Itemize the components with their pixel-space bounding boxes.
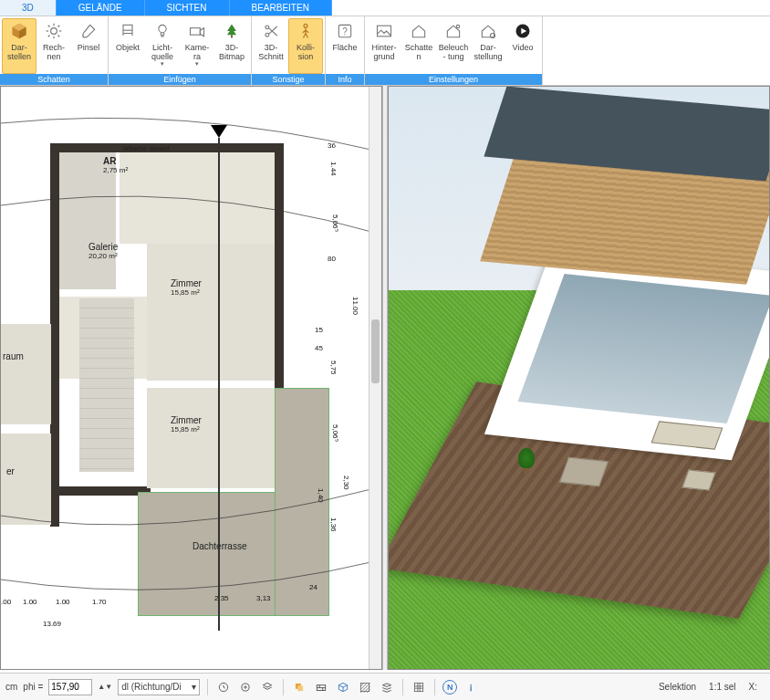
- svg-point-15: [304, 24, 307, 27]
- darstellen-button[interactable]: Dar- stellen: [2, 18, 36, 74]
- video-button[interactable]: Video: [505, 18, 540, 74]
- hintergrund-button[interactable]: Hinter- grund: [367, 18, 401, 74]
- tab-sichten[interactable]: SICHTEN: [145, 0, 230, 16]
- ribbon-group-schatten: Dar- stellen Rech- nen Pinsel Schatten: [0, 16, 109, 85]
- flaeche-button[interactable]: ? Fläche: [328, 18, 362, 74]
- floorplan-viewport[interactable]: AR2,75 m² Wäsche- abwurf Galerie20,20 m²…: [0, 86, 382, 670]
- ribbon-group-einstellungen: Hinter- grund Schatten Beleuch- tung Dar…: [365, 16, 543, 85]
- svg-point-23: [242, 683, 249, 690]
- chevron-down-icon: ▾: [161, 60, 164, 68]
- tab-bearbeiten[interactable]: BEARBEITEN: [230, 0, 332, 16]
- tool-grid-icon[interactable]: [411, 679, 427, 695]
- pinsel-label: Pinsel: [78, 43, 100, 61]
- bulb-icon: [152, 21, 172, 41]
- objekt-label: Objekt: [116, 43, 140, 61]
- group-label-schatten: Schatten: [0, 74, 108, 85]
- lichtquelle-button[interactable]: Licht- quelle ▾: [145, 18, 180, 74]
- hintergrund-label: Hinter- grund: [369, 43, 400, 61]
- tool-copy-icon[interactable]: [291, 679, 307, 695]
- beleuchtung-button[interactable]: Beleuch- tung: [436, 18, 471, 74]
- cube-icon: [9, 21, 29, 41]
- phi-label: phi =: [23, 682, 43, 692]
- svg-line-7: [48, 36, 50, 37]
- svg-text:?: ?: [342, 26, 348, 37]
- tab-3d[interactable]: 3D: [0, 0, 57, 16]
- svg-line-8: [58, 26, 60, 27]
- phi-input[interactable]: [48, 679, 92, 695]
- kamera-button[interactable]: Kame- ra ▾: [180, 18, 214, 74]
- house-shadow-icon: [409, 21, 429, 41]
- tool-layers-icon[interactable]: [259, 679, 276, 695]
- darstellung-button[interactable]: Dar- stellung: [471, 18, 505, 74]
- svg-point-19: [456, 25, 459, 27]
- beleuchtung-label: Beleuch- tung: [438, 43, 469, 61]
- svg-point-13: [265, 26, 269, 29]
- svg-line-6: [58, 36, 60, 37]
- brush-icon: [78, 21, 99, 41]
- kamera-label: Kame- ra: [182, 43, 213, 61]
- unit-label: cm: [5, 682, 17, 692]
- group-label-einstellungen: Einstellungen: [365, 74, 542, 85]
- schatten-label: Schatten: [403, 43, 434, 61]
- group-label-info: Info: [326, 74, 364, 85]
- workspace: AR2,75 m² Wäsche- abwurf Galerie20,20 m²…: [0, 86, 770, 670]
- ribbon-group-info: ? Fläche Info: [326, 16, 365, 85]
- tree-icon: [222, 21, 242, 41]
- kollision-button[interactable]: Kolli- sion: [288, 18, 323, 74]
- bitmap3d-label: 3D- Bitmap: [216, 43, 247, 61]
- scissors-icon: [261, 21, 281, 41]
- objekt-button[interactable]: Objekt: [110, 18, 145, 74]
- tab-bar: 3D GELÄNDE SICHTEN BEARBEITEN: [0, 0, 770, 16]
- chair-icon: [118, 21, 138, 41]
- direction-dropdown[interactable]: dl (Richtung/Di▾: [118, 679, 200, 695]
- svg-point-0: [51, 28, 57, 35]
- tool-clock-icon[interactable]: [215, 679, 232, 695]
- ribbon-group-einfuegen: Objekt Licht- quelle ▾ Kame- ra ▾ 3D- Bi…: [109, 16, 252, 85]
- kollision-label: Kolli- sion: [290, 43, 321, 61]
- tool-info-icon[interactable]: ¡: [463, 679, 479, 695]
- 3d-viewport[interactable]: [388, 86, 770, 670]
- bitmap3d-button[interactable]: 3D- Bitmap: [214, 18, 249, 74]
- darstellung-label: Dar- stellung: [473, 43, 504, 61]
- svg-point-24: [245, 685, 246, 687]
- rechnen-button[interactable]: Rech- nen: [36, 18, 71, 74]
- lichtquelle-label: Licht- quelle: [147, 43, 178, 61]
- video-label: Video: [513, 43, 534, 61]
- person-icon: [296, 21, 316, 41]
- camera-icon: [187, 21, 207, 41]
- sun-icon: [44, 21, 64, 41]
- status-bar: cm phi = ▲▼ dl (Richtung/Di▾ N ¡ Selekti…: [0, 673, 770, 700]
- svg-rect-26: [297, 685, 303, 691]
- pinsel-button[interactable]: Pinsel: [71, 18, 106, 74]
- tool-wall-icon[interactable]: [313, 679, 329, 695]
- chevron-down-icon: ▾: [195, 60, 199, 68]
- contour-lines: [1, 87, 381, 669]
- tab-gelaende[interactable]: GELÄNDE: [57, 0, 145, 16]
- x-label: X:: [749, 682, 757, 692]
- tool-target-icon[interactable]: [237, 679, 254, 695]
- tool-stack-icon[interactable]: [379, 679, 395, 695]
- question-icon: ?: [335, 21, 355, 41]
- image-icon: [374, 21, 394, 41]
- group-label-einfuegen: Einfügen: [109, 74, 251, 85]
- svg-point-10: [159, 25, 166, 32]
- ribbon: Dar- stellen Rech- nen Pinsel Schatten O…: [0, 16, 770, 86]
- tool-3d-icon[interactable]: [335, 679, 351, 695]
- svg-rect-9: [123, 25, 132, 30]
- group-label-sonstige: Sonstige: [252, 74, 325, 85]
- darstellen-label: Dar- stellen: [4, 43, 35, 61]
- tool-hatch-icon[interactable]: [357, 679, 373, 695]
- tool-north-icon[interactable]: N: [442, 680, 457, 695]
- schnitt3d-button[interactable]: 3D- Schnitt: [254, 18, 288, 74]
- scale-label: 1:1 sel: [709, 682, 735, 692]
- scrollbar-vertical[interactable]: [369, 87, 381, 669]
- svg-rect-11: [191, 28, 201, 36]
- chevron-down-icon: ▾: [192, 682, 196, 692]
- svg-rect-28: [360, 683, 369, 691]
- svg-point-14: [265, 33, 269, 37]
- svg-rect-12: [231, 35, 233, 37]
- house-gear-icon: [478, 21, 498, 41]
- ribbon-group-sonstige: 3D- Schnitt Kolli- sion Sonstige: [252, 16, 326, 85]
- schatten-button[interactable]: Schatten: [401, 18, 436, 74]
- selektion-label: Selektion: [659, 682, 696, 692]
